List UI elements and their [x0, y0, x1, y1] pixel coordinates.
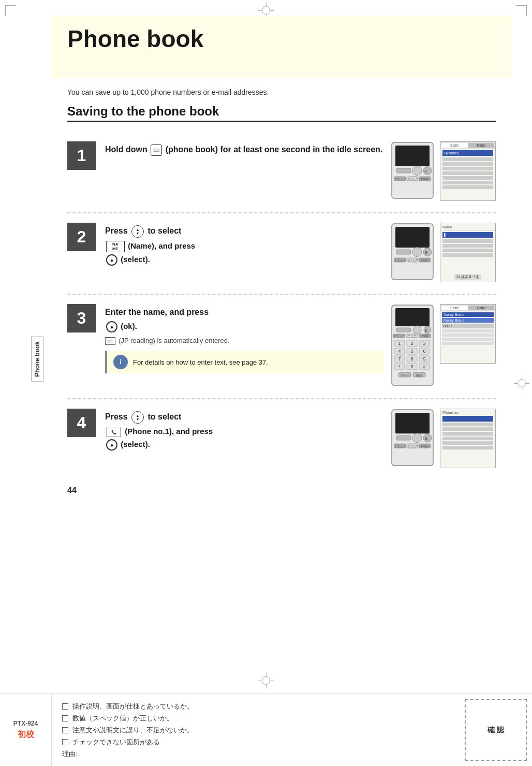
checkbox-1	[62, 703, 68, 710]
svg-text:クリア: クリア	[407, 335, 417, 338]
checklist-item-5: 理由:	[62, 749, 449, 759]
s3-row2	[442, 334, 494, 337]
s3-name1: Nancy Brand	[442, 312, 494, 317]
svg-point-67	[412, 433, 422, 443]
svg-rect-26	[396, 328, 411, 332]
step-3: 3 Enter the name, and press ● (ok). ≡≡ (…	[67, 295, 496, 399]
step-3-phone-keypad: E メニュー クリア PWR 1 2 3	[389, 304, 436, 389]
tab-detail: Detail	[468, 143, 495, 148]
nav-up-down-icon: ▲ ▼	[131, 225, 144, 238]
step-3-sub: ≡≡ (JP reading) is automatically entered…	[105, 337, 384, 344]
s2-row4	[442, 253, 493, 257]
svg-text:5: 5	[410, 349, 413, 354]
svg-text:クリア: クリア	[407, 177, 418, 181]
bottom-crosshair	[258, 673, 274, 688]
step-2-images: E メニュー クリア PWR Name ▌ 24 漢字	[389, 223, 496, 284]
s4-row3	[442, 432, 493, 436]
step-3-number: 3	[67, 304, 96, 333]
svg-rect-66	[396, 436, 411, 440]
s3-num: 0000	[442, 324, 494, 328]
svg-text:メニュー: メニュー	[394, 178, 406, 181]
svg-text:E: E	[425, 436, 427, 441]
svg-text:メニュー: メニュー	[393, 335, 405, 338]
screen-name-field: ⚙(Name)	[442, 150, 493, 156]
svg-text:PWR: PWR	[421, 178, 429, 181]
page-header: Phone book	[52, 16, 511, 78]
info-text: For details on how to enter text, see pa…	[133, 358, 268, 366]
checklist-text-4: チェックできない箇所がある	[72, 738, 160, 747]
step-3-line2: ● (ok).	[105, 321, 384, 333]
step-1-text: Hold down 📖 (phone book) for at least on…	[105, 141, 384, 159]
jp-reading-icon: ≡≡	[105, 337, 115, 345]
step-4-images: E メニュー クリア PWR Phone no.	[389, 409, 496, 470]
screen-tabs: Basic Detail	[440, 142, 495, 149]
s3-tab-basic: Basic	[441, 306, 468, 310]
step-2-instruction: Press ▲ ▼ to select	[105, 225, 384, 238]
s2-row3	[442, 249, 493, 252]
step-3-images: E メニュー クリア PWR 1 2 3	[389, 304, 496, 389]
svg-rect-14	[396, 250, 411, 254]
phone-svg-2: E メニュー クリア PWR	[389, 223, 436, 282]
checkbox-4	[62, 739, 68, 745]
step-4-line2: 📞 (Phone no.1), and press	[105, 427, 384, 437]
checklist-text-1: 操作説明、画面が仕様とあっているか。	[72, 702, 194, 711]
phone-svg-4: E メニュー クリア PWR	[389, 409, 436, 468]
s4-row1	[442, 423, 493, 426]
row-2	[442, 162, 493, 166]
s3-row3	[442, 338, 494, 341]
svg-text:メニュー: メニュー	[394, 445, 406, 448]
step-2-text: Press ▲ ▼ to select NAME (Name), and pre…	[105, 223, 384, 266]
row-3	[442, 167, 493, 170]
step3-ok-icon: ●	[106, 321, 117, 333]
svg-point-27	[413, 326, 421, 334]
step-2-line3: ● (select).	[105, 254, 384, 266]
svg-text:PWR: PWR	[421, 259, 429, 262]
page-number: 44	[67, 486, 496, 495]
phone-book-tab: Phone book	[31, 337, 43, 382]
svg-text:PWR: PWR	[421, 445, 429, 448]
screen-rows	[442, 157, 493, 189]
svg-text:6: 6	[423, 349, 425, 354]
screen-selected-row: ▌	[442, 232, 493, 238]
footer-label: 初校	[18, 729, 34, 740]
svg-text:9: 9	[423, 356, 425, 362]
svg-text:メニュー: メニュー	[394, 259, 406, 262]
step-2: 2 Press ▲ ▼ to select NAME (Name), and p…	[67, 213, 496, 295]
svg-text:7: 7	[398, 356, 401, 362]
checklist-item-3: 注意文や説明文に誤り、不足がないか。	[62, 726, 449, 735]
step4-select-icon: ●	[106, 439, 117, 451]
info-icon: i	[113, 355, 128, 369]
svg-text:E: E	[425, 169, 427, 174]
step-2-number: 2	[67, 223, 96, 251]
main-content: You can save up to 1,000 phone numbers o…	[52, 88, 511, 495]
select-icon: ●	[106, 254, 117, 266]
step-3-text: Enter the name, and press ● (ok). ≡≡ (JP…	[105, 304, 384, 373]
row-7	[442, 185, 493, 189]
svg-text:4: 4	[398, 349, 401, 354]
s4-body	[442, 416, 493, 450]
s4-row5	[442, 441, 493, 445]
step-2-phone: E メニュー クリア PWR	[389, 223, 436, 284]
step-4-text: Press ▲ ▼ to select 📞 (Phone no.1), and …	[105, 409, 384, 451]
svg-rect-65	[395, 413, 430, 433]
s3-row1	[442, 329, 494, 333]
s3-row4	[442, 342, 494, 345]
svg-rect-13	[395, 227, 430, 248]
row-1	[442, 157, 493, 161]
svg-text:E: E	[425, 328, 427, 333]
step-4-instruction: Press ▲ ▼ to select	[105, 411, 384, 424]
s4-phone-label: Phone no.	[440, 409, 495, 415]
checklist-text-5: 理由:	[62, 749, 78, 759]
footer-main: 操作説明、画面が仕様とあっているか。 数値（スペック値）が正しいか。 注意文や説…	[52, 694, 460, 766]
row-6	[442, 181, 493, 184]
svg-text:着信: 着信	[416, 373, 422, 377]
corner-mark-tl	[5, 5, 16, 16]
step-1-screen: Basic Detail ⚙(Name)	[440, 141, 496, 201]
step-1-number: 1	[67, 141, 96, 170]
page-footer: PTX-924 初校 操作説明、画面が仕様とあっているか。 数値（スペック値）が…	[0, 693, 532, 766]
name-badge: NAME	[106, 241, 125, 252]
step-4-number: 4	[67, 409, 96, 437]
step-4-screen: Phone no.	[440, 409, 496, 468]
step-3-instruction: Enter the name, and press	[105, 307, 384, 318]
row-4	[442, 171, 493, 175]
